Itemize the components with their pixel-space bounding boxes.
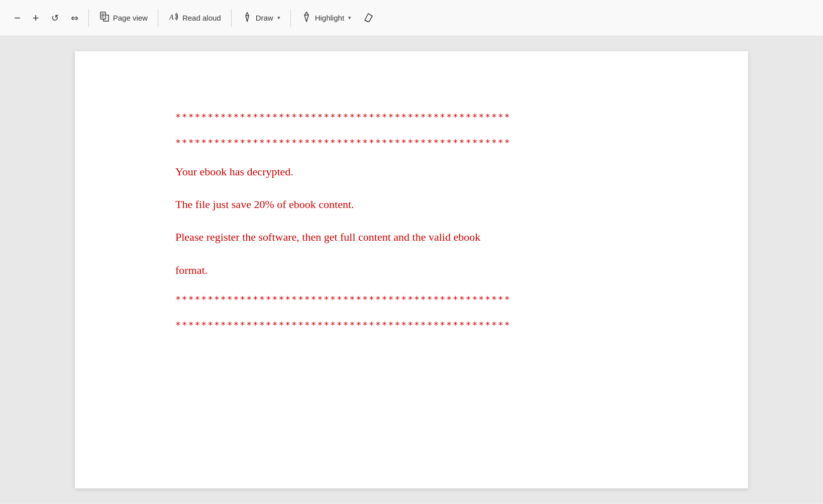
- svg-marker-5: [246, 13, 249, 22]
- highlight-icon: [301, 11, 312, 25]
- eraser-icon: [363, 11, 374, 25]
- draw-icon: [242, 11, 253, 25]
- svg-text:A: A: [169, 14, 174, 21]
- rotate-button[interactable]: ↺: [45, 9, 65, 28]
- svg-line-10: [365, 20, 369, 22]
- highlight-button[interactable]: Highlight ▾: [295, 7, 357, 29]
- draw-chevron-icon: ▾: [277, 15, 280, 21]
- draw-button[interactable]: Draw ▾: [236, 7, 286, 29]
- svg-marker-7: [304, 12, 308, 22]
- read-aloud-label: Read aloud: [182, 14, 221, 22]
- page-view-label: Page view: [113, 14, 148, 22]
- eraser-button[interactable]: [357, 7, 380, 29]
- page-view-icon: [99, 11, 110, 25]
- fit-page-button[interactable]: ⇔: [65, 9, 84, 28]
- zoom-out-icon: −: [14, 12, 21, 24]
- decrypted-line: Your ebook has decrypted.: [175, 163, 648, 180]
- stars-row-2: ****************************************…: [175, 137, 648, 148]
- save-percentage-line: The file just save 20% of ebook content.: [175, 195, 648, 213]
- separator-4: [290, 9, 291, 27]
- read-aloud-icon: A: [168, 11, 179, 25]
- separator-3: [231, 9, 232, 27]
- page-view-button[interactable]: Page view: [93, 7, 154, 29]
- zoom-in-button[interactable]: +: [27, 8, 45, 29]
- toolbar: − + ↺ ⇔ Page view A: [0, 0, 823, 36]
- highlight-chevron-icon: ▾: [348, 15, 351, 21]
- stars-row-1: ****************************************…: [175, 112, 648, 122]
- register-line: Please register the software, then get f…: [175, 228, 648, 246]
- zoom-in-icon: +: [33, 12, 39, 24]
- stars-row-3: ****************************************…: [175, 294, 648, 305]
- rotate-icon: ↺: [51, 13, 59, 24]
- zoom-out-button[interactable]: −: [8, 8, 27, 29]
- separator-2: [158, 9, 158, 27]
- stars-row-4: ****************************************…: [175, 320, 648, 330]
- document-area: ****************************************…: [0, 36, 823, 503]
- draw-label: Draw: [256, 14, 273, 22]
- separator-1: [88, 9, 89, 27]
- fit-page-icon: ⇔: [71, 13, 78, 24]
- highlight-label: Highlight: [315, 14, 344, 22]
- read-aloud-button[interactable]: A Read aloud: [162, 7, 227, 29]
- document-page: ****************************************…: [75, 51, 748, 488]
- format-line: format.: [175, 261, 648, 279]
